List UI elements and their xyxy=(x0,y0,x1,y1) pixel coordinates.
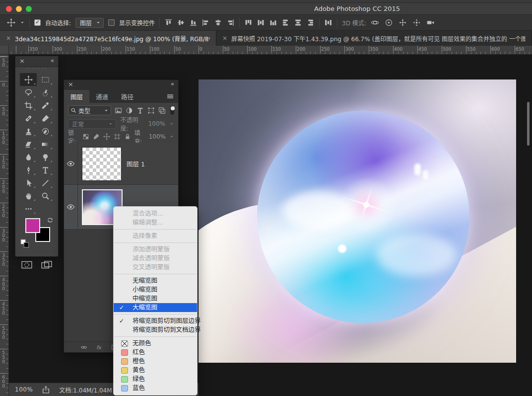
ruler-horizontal[interactable]: 3503002502001501005005010015020025030035… xyxy=(9,46,532,55)
menu-item[interactable]: 红色 xyxy=(114,348,197,357)
menu-item[interactable]: 小缩览图 xyxy=(114,285,197,294)
move-tool[interactable] xyxy=(20,73,37,86)
dodge-tool[interactable] xyxy=(37,151,54,163)
align-vertical-centers-icon[interactable] xyxy=(177,18,185,27)
lock-artboard-icon[interactable] xyxy=(114,133,121,140)
align-top-edges-icon[interactable] xyxy=(164,18,173,27)
filter-adjustment-icon[interactable] xyxy=(126,107,133,114)
close-window-button[interactable] xyxy=(6,6,12,12)
filter-shape-icon[interactable] xyxy=(147,107,155,114)
distribute-right-edges-icon[interactable] xyxy=(306,18,315,27)
menu-item[interactable]: 混合选项... xyxy=(114,209,197,218)
document-image-crystal-ball[interactable] xyxy=(199,79,516,363)
lock-transparent-pixels-icon[interactable] xyxy=(82,133,89,140)
rectangular-marquee-tool[interactable] xyxy=(37,73,54,86)
tab-channels[interactable]: 通道 xyxy=(89,90,115,103)
align-horizontal-centers-icon[interactable] xyxy=(214,18,222,27)
menu-item[interactable]: 交叉透明蒙版 xyxy=(114,263,197,272)
distribute-bottom-edges-icon[interactable] xyxy=(269,18,277,27)
3d-roll-icon[interactable] xyxy=(385,18,393,27)
opacity-value[interactable]: 100% xyxy=(148,120,165,127)
menu-item[interactable]: 黄色 xyxy=(114,366,197,375)
healing-brush-tool[interactable] xyxy=(20,112,37,125)
pen-tool[interactable] xyxy=(20,163,37,176)
clone-stamp-tool[interactable] xyxy=(20,125,37,138)
distribute-spacing-icon[interactable] xyxy=(324,18,332,27)
tab-layers[interactable]: 图层 xyxy=(64,90,89,103)
layer-name[interactable]: 图层 1 xyxy=(127,159,145,168)
panel-drag-handle[interactable]: ••••••• xyxy=(15,67,58,72)
lasso-tool[interactable] xyxy=(20,86,37,99)
type-tool[interactable] xyxy=(37,163,54,176)
blur-tool[interactable] xyxy=(20,151,37,163)
3d-pan-icon[interactable] xyxy=(399,18,407,27)
close-panel-icon[interactable]: × xyxy=(68,80,73,88)
edit-toolbar-button[interactable] xyxy=(20,202,37,215)
auto-select-checkbox[interactable] xyxy=(34,19,41,26)
minimize-window-button[interactable] xyxy=(16,6,22,12)
quick-selection-tool[interactable] xyxy=(37,86,54,99)
layer-visibility-cell[interactable] xyxy=(64,185,78,229)
close-tab-icon[interactable]: × xyxy=(222,35,227,42)
lock-position-icon[interactable] xyxy=(103,133,110,140)
menu-item[interactable]: 无缩览图 xyxy=(114,276,197,285)
menu-item[interactable]: 编辑调整... xyxy=(114,218,197,227)
crop-tool[interactable] xyxy=(20,99,37,112)
document-tab-1[interactable]: × 3dea34c1159845d2a47287e5c16fc49e.jpg @… xyxy=(0,31,216,46)
menu-item[interactable]: ✓大缩览图 xyxy=(114,303,197,312)
menu-item[interactable]: 减去透明蒙版 xyxy=(114,254,197,263)
show-transform-checkbox[interactable] xyxy=(108,19,115,26)
zoom-tool[interactable] xyxy=(37,189,54,202)
swap-colors-icon[interactable] xyxy=(46,216,54,224)
default-colors-icon[interactable] xyxy=(20,239,29,248)
zoom-window-button[interactable] xyxy=(26,6,32,12)
export-icon[interactable] xyxy=(42,386,50,394)
tool-preset-chevron-icon[interactable] xyxy=(20,18,25,27)
filter-image-icon[interactable] xyxy=(115,107,122,114)
auto-select-dropdown[interactable]: 图层 xyxy=(75,18,104,28)
eyedropper-tool[interactable] xyxy=(37,99,54,112)
line-tool[interactable] xyxy=(37,176,54,189)
lock-all-icon[interactable] xyxy=(124,133,131,140)
filter-toggle-switch[interactable] xyxy=(170,106,175,115)
screen-mode-button[interactable] xyxy=(41,260,52,269)
distribute-horizontal-centers-icon[interactable] xyxy=(294,18,302,27)
close-tab-icon[interactable]: × xyxy=(6,35,11,42)
layer-visibility-cell[interactable] xyxy=(64,143,78,184)
menu-item[interactable]: 蓝色 xyxy=(114,384,197,393)
tab-paths[interactable]: 路径 xyxy=(115,90,140,103)
eraser-tool[interactable] xyxy=(20,138,37,151)
menu-item[interactable]: ✓将缩览图剪切到图层边界 xyxy=(114,317,197,325)
ruler-vertical[interactable]: 50050100150200250300350400450500550600 xyxy=(0,55,9,396)
3d-slide-icon[interactable] xyxy=(412,18,421,27)
menu-item[interactable]: 绿色 xyxy=(114,375,197,384)
layer-row-1[interactable]: 图层 1 xyxy=(64,143,178,185)
path-selection-tool[interactable] xyxy=(20,176,37,189)
document-tab-2[interactable]: × 屏幕快照 2019-07-30 下午1.43.39.png @ 66.7% … xyxy=(216,31,532,46)
panel-menu-icon[interactable] xyxy=(166,92,174,100)
3d-camera-icon[interactable] xyxy=(426,18,435,27)
brush-tool[interactable] xyxy=(37,112,54,125)
collapse-panel-icon[interactable]: « xyxy=(171,80,174,87)
layer-thumbnail-transparent[interactable] xyxy=(82,147,122,181)
lock-image-pixels-icon[interactable] xyxy=(93,133,100,140)
distribute-left-edges-icon[interactable] xyxy=(281,18,290,27)
hand-tool[interactable] xyxy=(20,189,37,202)
close-panel-icon[interactable]: × xyxy=(19,57,25,65)
filter-smart-object-icon[interactable] xyxy=(158,107,166,114)
3d-rotate-icon[interactable] xyxy=(371,18,379,27)
layer-filter-type-dropdown[interactable]: 类型 xyxy=(68,105,111,115)
menu-item[interactable]: 中缩览图 xyxy=(114,294,197,303)
zoom-level-field[interactable]: 100% xyxy=(15,386,33,393)
filter-type-icon[interactable] xyxy=(136,107,144,114)
align-bottom-edges-icon[interactable] xyxy=(189,18,198,27)
menu-item[interactable]: 选择像素 xyxy=(114,232,197,240)
fill-value[interactable]: 100% xyxy=(149,133,166,140)
layer-effects-icon[interactable]: fx xyxy=(95,344,103,351)
distribute-top-edges-icon[interactable] xyxy=(244,18,253,27)
link-layers-icon[interactable] xyxy=(80,344,88,351)
align-left-edges-icon[interactable] xyxy=(201,18,210,27)
history-brush-tool[interactable] xyxy=(37,125,54,138)
menu-item[interactable]: 添加透明蒙版 xyxy=(114,245,197,254)
foreground-color-swatch[interactable] xyxy=(25,218,40,233)
